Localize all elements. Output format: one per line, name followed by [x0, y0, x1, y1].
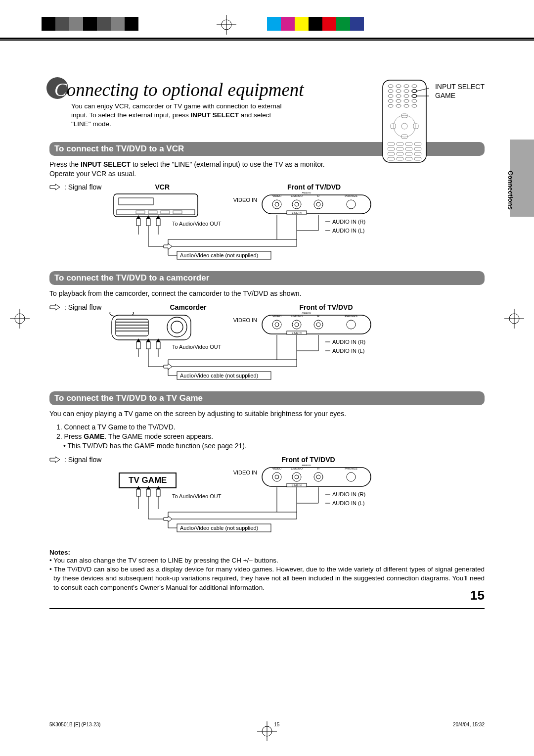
arrow-icon: [49, 304, 60, 311]
footer-left: 5K30501B [E] (P13-23): [49, 722, 100, 727]
svg-text:VIDEO: VIDEO: [272, 194, 282, 197]
svg-text:R: R: [317, 315, 320, 318]
signal-flow-label: : Signal flow: [64, 183, 101, 191]
device-label-vcr: VCR: [155, 183, 170, 191]
svg-marker-161: [146, 486, 150, 489]
registration-mark-bottom: [257, 721, 277, 741]
diagram-camcorder: VIDEO L/MONO AUDIO R PHONES LINE IN VIDE…: [49, 312, 485, 386]
svg-text:AUDIO IN (L): AUDIO IN (L): [332, 348, 364, 354]
page-bottom-rule: [49, 608, 485, 609]
print-color-bar-right: [267, 17, 364, 31]
remote-label-input-select: INPUT SELECT: [435, 82, 485, 91]
svg-text:AUDIO IN (R): AUDIO IN (R): [332, 219, 365, 225]
svg-text:PHONES: PHONES: [345, 467, 357, 470]
svg-text:LINE IN: LINE IN: [292, 331, 301, 334]
signal-flow-legend-vcr: : Signal flow VCR Front of TV/DVD: [49, 183, 485, 191]
svg-rect-85: [156, 219, 160, 226]
svg-text:VIDEO: VIDEO: [272, 467, 282, 470]
remote-icon: [380, 79, 429, 163]
svg-text:To Audio/Video OUT: To Audio/Video OUT: [172, 344, 222, 350]
svg-text:AUDIO: AUDIO: [302, 312, 311, 314]
diagram-tvgame: TV GAME VIDEO L/MONO AUDIO R PHONES LINE…: [49, 465, 485, 544]
svg-rect-81: [136, 219, 140, 226]
svg-text:To Audio/Video OUT: To Audio/Video OUT: [172, 221, 222, 227]
registration-mark-right: [504, 309, 524, 329]
svg-marker-162: [156, 486, 160, 489]
arrow-icon: [49, 184, 60, 190]
registration-mark-left: [10, 309, 30, 329]
svg-text:AUDIO: AUDIO: [302, 192, 311, 194]
svg-text:Audio/Video cable (not supplie: Audio/Video cable (not supplied): [180, 525, 258, 531]
tvgame-intro: You can enjoy playing a TV game on the s…: [49, 409, 485, 419]
svg-rect-154: [136, 489, 140, 496]
page-content: Connecting to optional equipment You can…: [49, 79, 485, 592]
svg-text:LINE IN: LINE IN: [292, 484, 301, 487]
panel-label-tvgame: Front of TV/DVD: [281, 456, 335, 464]
svg-text:L/MONO: L/MONO: [291, 315, 303, 318]
section-heading-tvgame: To connect the TV/DVD to a TV Game: [49, 391, 485, 405]
svg-text:VIDEO IN: VIDEO IN: [233, 470, 257, 475]
remote-illustration: INPUT SELECT GAME: [380, 79, 485, 163]
svg-rect-122: [136, 342, 140, 349]
svg-text:AUDIO IN (R): AUDIO IN (R): [332, 491, 365, 497]
remote-label-game: GAME: [435, 91, 485, 100]
tvgame-steps: 1. Connect a TV Game to the TV/DVD. 2. P…: [56, 423, 485, 451]
panel-label-camcorder: Front of TV/DVD: [299, 303, 353, 311]
svg-text:VIDEO IN: VIDEO IN: [233, 317, 257, 323]
svg-text:Audio/Video cable (not supplie: Audio/Video cable (not supplied): [180, 252, 258, 258]
device-label-camcorder: Camcorder: [170, 303, 206, 311]
svg-rect-97: [116, 319, 148, 336]
svg-text:AUDIO: AUDIO: [302, 465, 311, 467]
svg-text:VIDEO: VIDEO: [272, 315, 282, 318]
print-color-bar-left: [42, 17, 138, 31]
svg-rect-54: [114, 194, 198, 217]
svg-text:Audio/Video cable (not supplie: Audio/Video cable (not supplied): [180, 373, 258, 378]
footer-right: 20/4/04, 15:32: [453, 722, 485, 727]
note-item: You can also change the TV screen to LIN…: [49, 556, 485, 565]
section-heading-camcorder: To connect the TV/DVD to a camcorder: [49, 271, 485, 285]
registration-mark-top: [217, 15, 236, 35]
svg-text:AUDIO IN (R): AUDIO IN (R): [332, 339, 365, 345]
intro-text: You can enjoy VCR, camcorder or TV game …: [71, 102, 289, 129]
panel-label-vcr: Front of TV/DVD: [287, 183, 341, 191]
remote-labels: INPUT SELECT GAME: [435, 82, 485, 100]
svg-text:To Audio/Video OUT: To Audio/Video OUT: [172, 493, 222, 499]
page-number: 15: [470, 588, 485, 603]
signal-flow-label: : Signal flow: [64, 303, 101, 311]
svg-text:PHONES: PHONES: [345, 194, 357, 197]
camcorder-text: To playback from the camcorder, connect …: [49, 289, 485, 298]
svg-text:R: R: [317, 467, 320, 470]
svg-rect-126: [156, 342, 160, 349]
svg-text:L/MONO: L/MONO: [291, 194, 303, 197]
svg-text:VIDEO IN: VIDEO IN: [233, 197, 257, 203]
note-item: The TV/DVD can also be used as a display…: [49, 565, 485, 592]
section-tab-connections: Connections: [507, 171, 514, 210]
svg-text:L/MONO: L/MONO: [291, 467, 303, 470]
notes-heading: Notes:: [49, 549, 485, 556]
signal-flow-label: : Signal flow: [64, 456, 101, 464]
svg-marker-160: [136, 486, 140, 489]
svg-rect-124: [146, 342, 150, 349]
svg-text:R: R: [317, 194, 320, 197]
svg-text:LINE IN: LINE IN: [292, 211, 301, 214]
signal-flow-legend-camcorder: : Signal flow Camcorder Front of TV/DVD: [49, 303, 485, 311]
svg-text:PHONES: PHONES: [345, 315, 357, 318]
svg-rect-83: [146, 219, 150, 226]
diagram-vcr: VIDEO L/MONO AUDIO R PHONES LINE IN VIDE…: [49, 192, 485, 266]
intro-bold: INPUT SELECT: [190, 111, 239, 119]
svg-rect-158: [156, 489, 160, 496]
arrow-icon: [49, 456, 60, 463]
svg-point-96: [171, 321, 183, 333]
page-title: Connecting to optional equipment: [54, 79, 304, 100]
header-rule: [0, 38, 534, 40]
svg-text:AUDIO IN (L): AUDIO IN (L): [332, 500, 364, 506]
notes-list: You can also change the TV screen to LIN…: [49, 556, 485, 592]
svg-rect-156: [146, 489, 150, 496]
signal-flow-legend-tvgame: : Signal flow Front of TV/DVD: [49, 456, 485, 464]
svg-text:AUDIO IN (L): AUDIO IN (L): [332, 228, 364, 234]
